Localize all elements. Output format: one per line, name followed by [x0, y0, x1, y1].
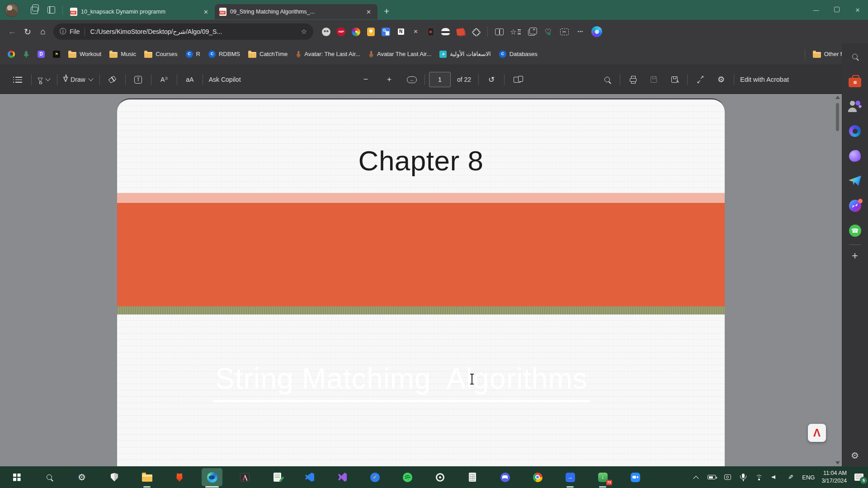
- search-document-icon[interactable]: [599, 71, 616, 88]
- bookmark-folder-music[interactable]: Music: [105, 47, 140, 61]
- bookmark-purple-app[interactable]: [33, 47, 49, 61]
- toc-icon[interactable]: [10, 71, 27, 88]
- extensions-puzzle-icon[interactable]: [468, 24, 484, 39]
- extension-google-translate[interactable]: [378, 24, 393, 39]
- taskbar-search[interactable]: [39, 468, 60, 486]
- more-menu-icon[interactable]: [572, 24, 589, 39]
- bookmark-avatar-last-airbender-1[interactable]: Avatar: The Last Air...: [292, 47, 364, 61]
- taskbar-brave[interactable]: [169, 468, 190, 486]
- maximize-button[interactable]: [826, 7, 847, 14]
- extension-red-clipper[interactable]: [453, 24, 468, 39]
- tray-chevron-up-icon[interactable]: [691, 473, 700, 482]
- extension-tampermonkey[interactable]: [319, 24, 334, 39]
- page-number-input[interactable]: 1: [429, 72, 451, 87]
- favorite-star-icon[interactable]: ☆: [301, 28, 307, 36]
- extension-x[interactable]: [408, 24, 423, 39]
- extension-color-pinwheel[interactable]: [349, 24, 363, 39]
- sidebar-designer[interactable]: [847, 148, 863, 164]
- bookmark-google[interactable]: [4, 47, 19, 61]
- bookmark-folder-courses[interactable]: Courses: [140, 47, 181, 61]
- acrobat-floating-button[interactable]: Λ: [808, 424, 826, 442]
- tab-string-matching[interactable]: 09_String Matching Algorithms_... ✕: [215, 4, 377, 19]
- bookmark-tree-app[interactable]: [19, 47, 33, 61]
- new-tab-button[interactable]: +: [384, 6, 389, 17]
- sidebar-persona-avatar[interactable]: [847, 99, 863, 114]
- bookmark-folder-workout[interactable]: Workout: [64, 47, 105, 61]
- taskbar-discord[interactable]: [495, 468, 515, 486]
- copilot-icon[interactable]: [589, 24, 605, 39]
- taskbar-ticktick[interactable]: [364, 468, 385, 486]
- taskbar-movies-app[interactable]: [560, 468, 580, 486]
- address-bar[interactable]: ⓘ File C:/Users/KimoStore/Desktop/شرح/Al…: [53, 23, 313, 40]
- tab-group-icon[interactable]: [29, 5, 39, 15]
- draw-button[interactable]: Draw: [61, 71, 95, 88]
- extension-dark-document[interactable]: [423, 24, 438, 39]
- sidebar-acrobat-toolbox[interactable]: [847, 74, 863, 89]
- eraser-icon[interactable]: [104, 71, 121, 88]
- translate-icon[interactable]: aA: [181, 71, 198, 88]
- language-indicator[interactable]: ENG: [802, 474, 815, 481]
- collections-icon[interactable]: [524, 24, 540, 39]
- close-button[interactable]: ✕: [847, 7, 868, 14]
- taskbar-recorder[interactable]: [429, 468, 450, 486]
- tab-close-icon[interactable]: ✕: [364, 8, 373, 16]
- print-icon[interactable]: [624, 71, 642, 88]
- volume-icon[interactable]: [770, 473, 779, 482]
- sidebar-settings-gear-icon[interactable]: ⚙: [851, 450, 859, 461]
- expand-icon[interactable]: [692, 71, 709, 88]
- taskbar-edge[interactable]: [202, 468, 222, 486]
- ask-copilot-button[interactable]: Ask Copilot: [207, 71, 243, 88]
- back-icon[interactable]: ←: [5, 24, 20, 39]
- sidebar-add-icon[interactable]: +: [852, 249, 858, 262]
- clock[interactable]: 11:04 AM 3/17/2024: [821, 469, 847, 485]
- chevron-down-icon[interactable]: [46, 76, 51, 81]
- taskbar-zoom[interactable]: [625, 468, 646, 486]
- taskbar-visual-studio[interactable]: [332, 468, 353, 486]
- sidebar-search[interactable]: [847, 49, 863, 64]
- sidebar-telegram[interactable]: [847, 173, 863, 188]
- vertical-scrollbar[interactable]: [835, 94, 840, 466]
- taskbar-file-explorer[interactable]: [137, 468, 157, 486]
- extension-incognito[interactable]: [438, 24, 453, 39]
- taskbar-toolbox-app[interactable]: [234, 468, 255, 486]
- favorites-icon[interactable]: [507, 24, 524, 39]
- save-as-icon[interactable]: [666, 71, 683, 88]
- vertical-tabs-icon[interactable]: [46, 5, 56, 15]
- extension-lightbulb[interactable]: [363, 24, 378, 39]
- notification-center-icon[interactable]: 5: [854, 473, 864, 482]
- pdf-content-area[interactable]: Chapter 8 String Matchimg Algorithms Λ: [0, 94, 842, 466]
- taskbar-start[interactable]: [6, 468, 27, 486]
- chevron-down-icon[interactable]: [88, 76, 93, 81]
- tab-knapsack[interactable]: 10_knapsack Dynamin programm ✕: [66, 4, 215, 19]
- bookmark-flag-app[interactable]: [49, 47, 64, 61]
- web-capture-icon[interactable]: [556, 24, 572, 39]
- scrollbar-thumb[interactable]: [836, 103, 839, 131]
- extension-adblock-plus[interactable]: [334, 24, 349, 39]
- browser-essentials-icon[interactable]: [540, 24, 556, 39]
- reload-icon[interactable]: ↻: [20, 24, 35, 39]
- page-view-icon[interactable]: [509, 71, 526, 88]
- zoom-out-button[interactable]: −: [357, 71, 374, 88]
- sidebar-whatsapp[interactable]: [847, 223, 863, 238]
- taskbar-settings[interactable]: [71, 468, 92, 486]
- fit-width-icon[interactable]: [403, 71, 420, 88]
- taskbar-calculator[interactable]: [462, 468, 483, 486]
- taskbar-vscode[interactable]: [299, 468, 320, 486]
- taskbar-idm[interactable]: 72: [592, 468, 613, 486]
- add-text-icon[interactable]: [130, 71, 147, 88]
- taskbar-chrome[interactable]: [527, 468, 548, 486]
- microphone-icon[interactable]: [739, 473, 748, 482]
- zoom-in-button[interactable]: +: [381, 71, 398, 88]
- pdf-settings-gear-icon[interactable]: ⚙: [712, 71, 730, 88]
- bookmark-databases[interactable]: Databases: [495, 47, 542, 61]
- profile-avatar[interactable]: [5, 3, 19, 17]
- sidebar-messenger[interactable]: [847, 198, 863, 213]
- minimize-button[interactable]: —: [806, 7, 826, 14]
- bookmark-first-aid[interactable]: الاسعافات الأولية: [435, 47, 495, 61]
- save-icon[interactable]: [645, 71, 662, 88]
- sidebar-microsoft-365[interactable]: [847, 123, 863, 139]
- rotate-icon[interactable]: ↺: [483, 71, 500, 88]
- edit-with-acrobat-button[interactable]: Edit with Acrobat: [738, 71, 791, 88]
- extension-notion[interactable]: [393, 24, 408, 39]
- pen-input-icon[interactable]: [786, 473, 795, 482]
